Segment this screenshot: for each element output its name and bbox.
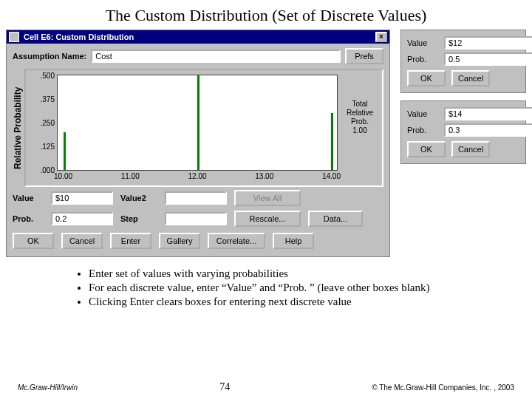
window-title: Cell E6: Custom Distribution (22, 33, 375, 41)
popup-ok-button[interactable]: OK (407, 141, 446, 157)
list-item: For each discrete value, enter “Value” a… (89, 282, 510, 294)
titlebar[interactable]: Cell E6: Custom Distribution × (7, 30, 389, 44)
chart-bar (197, 75, 200, 170)
prob-label: Prob. (13, 214, 44, 223)
popup-cancel-button[interactable]: Cancel (451, 70, 490, 86)
chart-panel: .500 .375 .250 .125 .000 10.00 11.00 (24, 69, 383, 187)
y-tick: .375 (33, 95, 55, 103)
page-title: The Custom Distribution (Set of Discrete… (0, 6, 532, 25)
step-label: Step (120, 214, 157, 223)
value2-label: Value2 (120, 194, 157, 202)
data-button[interactable]: Data... (308, 211, 363, 227)
popup-prob-input[interactable] (444, 123, 532, 137)
popup-prob-label: Prob. (407, 126, 440, 134)
x-tick: 10.00 (54, 172, 72, 180)
cancel-button[interactable]: Cancel (61, 233, 103, 249)
prob-input[interactable] (51, 212, 113, 225)
y-tick: .500 (33, 72, 55, 80)
y-tick: .250 (33, 119, 55, 127)
x-tick: 12.00 (188, 172, 206, 180)
footer-left: Mc.Graw-Hill/Irwin (18, 383, 78, 392)
help-button[interactable]: Help (273, 233, 314, 249)
popup-ok-button[interactable]: OK (407, 70, 446, 86)
popup-value-label: Value (407, 38, 440, 47)
chart-bar (331, 113, 333, 170)
assumption-name-label: Assumption Name: (13, 52, 86, 61)
gallery-button[interactable]: Gallery (159, 233, 200, 249)
value-label: Value (13, 194, 44, 202)
popup-prob-input[interactable] (444, 52, 532, 66)
close-icon[interactable]: × (375, 32, 387, 42)
y-axis-label: Relative Probability (13, 69, 23, 187)
popup-value-label: Value (407, 109, 440, 118)
prefs-button[interactable]: Prefs (345, 48, 383, 64)
bullet-list: Enter set of values with varying probabi… (59, 267, 510, 308)
footer-page: 74 (219, 381, 230, 393)
footer: Mc.Graw-Hill/Irwin 74 © The Mc.Graw-Hill… (0, 381, 532, 393)
x-tick: 14.00 (322, 172, 341, 180)
chart-plot: .500 .375 .250 .125 .000 10.00 11.00 (57, 75, 338, 171)
step-input[interactable] (165, 212, 227, 225)
correlate-button[interactable]: Correlate... (208, 233, 265, 249)
popup-cancel-button[interactable]: Cancel (451, 141, 490, 157)
x-tick: 11.00 (121, 172, 140, 180)
y-tick: .000 (33, 166, 55, 174)
value-input[interactable] (51, 191, 113, 205)
value-prob-popup: Value Prob. OK Cancel (400, 100, 526, 164)
popup-value-input[interactable] (444, 107, 532, 120)
list-item: Clicking Enter clears boxes for entering… (89, 296, 510, 308)
ok-button[interactable]: OK (13, 233, 54, 249)
total-relative-prob-note: Total Relative Prob. 1.00 (342, 100, 378, 135)
value2-input[interactable] (165, 191, 227, 205)
popup-prob-label: Prob. (407, 55, 440, 64)
assumption-name-input[interactable] (91, 50, 341, 63)
chart-bar (64, 132, 66, 170)
list-item: Enter set of values with varying probabi… (89, 267, 510, 280)
popup-value-input[interactable] (444, 36, 532, 50)
custom-distribution-dialog: Cell E6: Custom Distribution × Assumptio… (6, 30, 390, 257)
view-all-button[interactable]: View All (234, 190, 301, 206)
x-tick: 13.00 (255, 172, 273, 180)
value-prob-popup: Value Prob. OK Cancel (400, 30, 526, 93)
y-tick: .125 (33, 143, 55, 151)
footer-right: © The Mc.Graw-Hill Companies, Inc. , 200… (372, 383, 514, 392)
rescale-button[interactable]: Rescale... (234, 211, 301, 227)
system-icon (9, 32, 19, 42)
enter-button[interactable]: Enter (110, 233, 151, 249)
